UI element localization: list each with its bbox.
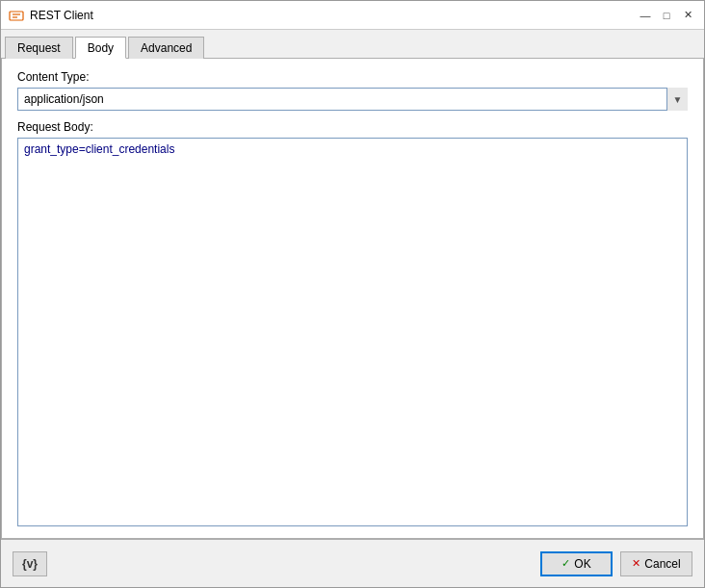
ok-check-icon: ✓	[561, 557, 570, 570]
content-type-select-wrapper: application/json application/x-www-form-…	[17, 88, 688, 111]
tab-body[interactable]: Body	[75, 37, 126, 59]
tab-bar: Request Body Advanced	[1, 30, 704, 59]
bottom-right: ✓ OK ✕ Cancel	[540, 551, 692, 576]
close-button[interactable]: ✕	[679, 7, 696, 24]
request-body-label: Request Body:	[17, 120, 688, 134]
cancel-button[interactable]: ✕ Cancel	[620, 551, 692, 576]
content-area: Content Type: application/json applicati…	[1, 59, 704, 539]
title-bar: REST Client — □ ✕	[1, 1, 704, 30]
request-body-textarea[interactable]: grant_type=client_credentials	[17, 138, 688, 526]
app-icon	[9, 8, 24, 23]
textarea-container: grant_type=client_credentials	[17, 138, 688, 526]
tab-request[interactable]: Request	[5, 37, 73, 59]
variables-button[interactable]: {v}	[13, 551, 47, 576]
bottom-bar: {v} ✓ OK ✕ Cancel	[1, 539, 704, 587]
cancel-button-label: Cancel	[644, 557, 680, 571]
ok-button-label: OK	[574, 557, 590, 571]
ok-button[interactable]: ✓ OK	[540, 551, 613, 576]
content-type-label: Content Type:	[17, 70, 688, 84]
minimize-button[interactable]: —	[637, 7, 654, 24]
content-type-select[interactable]: application/json application/x-www-form-…	[17, 88, 688, 111]
cancel-x-icon: ✕	[632, 557, 640, 570]
main-window: REST Client — □ ✕ Request Body Advanced …	[0, 0, 705, 588]
maximize-button[interactable]: □	[658, 7, 675, 24]
tab-advanced[interactable]: Advanced	[128, 37, 204, 59]
title-bar-left: REST Client	[9, 8, 93, 23]
bottom-left: {v}	[13, 551, 47, 576]
window-title: REST Client	[30, 9, 93, 22]
request-body-group: Request Body: grant_type=client_credenti…	[17, 120, 688, 526]
svg-rect-0	[10, 12, 23, 20]
content-type-group: Content Type: application/json applicati…	[17, 70, 688, 111]
title-bar-controls: — □ ✕	[637, 7, 696, 24]
